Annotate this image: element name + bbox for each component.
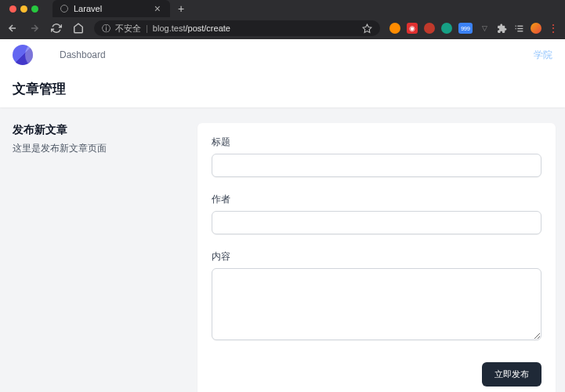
extension-icon[interactable]: ◉ xyxy=(407,23,418,34)
page-title: 文章管理 xyxy=(13,80,552,98)
tab-favicon xyxy=(60,5,68,13)
reload-button[interactable] xyxy=(50,22,63,34)
sidebar-title: 发布新文章 xyxy=(13,123,188,137)
forward-button[interactable] xyxy=(28,22,41,34)
minimize-window-button[interactable] xyxy=(20,5,27,13)
content-field-group: 内容 xyxy=(212,250,541,343)
author-input[interactable] xyxy=(212,211,541,234)
content-label: 内容 xyxy=(212,250,541,263)
author-field-group: 作者 xyxy=(212,193,541,234)
window-controls xyxy=(5,5,43,13)
content-area: 发布新文章 这里是发布新文章页面 标题 作者 内容 立即发布 xyxy=(0,107,565,392)
profile-avatar[interactable] xyxy=(531,23,541,34)
browser-tab[interactable]: Laravel × xyxy=(53,0,170,17)
author-label: 作者 xyxy=(212,193,541,206)
extension-badge[interactable]: 999 xyxy=(458,23,473,34)
extension-icon[interactable] xyxy=(389,23,400,34)
title-field-group: 标题 xyxy=(212,136,541,177)
address-bar: ⓘ 不安全 | blog.test/post/create ◉ 999 ▽ ⋮ xyxy=(0,17,565,39)
title-input[interactable] xyxy=(212,154,541,177)
app-logo[interactable] xyxy=(13,45,33,65)
site-info-icon[interactable]: ⓘ xyxy=(102,23,110,34)
form-sidebar: 发布新文章 这里是发布新文章页面 xyxy=(9,123,188,392)
app-header: Dashboard 学院 xyxy=(0,39,565,71)
back-button[interactable] xyxy=(6,22,19,34)
form-actions: 立即发布 xyxy=(212,362,541,387)
home-button[interactable] xyxy=(72,22,85,34)
extensions-button[interactable] xyxy=(496,23,507,34)
reading-list-icon[interactable] xyxy=(513,23,524,34)
tab-title: Laravel xyxy=(74,4,153,13)
svg-marker-0 xyxy=(363,24,371,32)
browser-menu-button[interactable]: ⋮ xyxy=(548,22,559,34)
browser-chrome: Laravel × + ⓘ 不安全 | blog.test/post/creat… xyxy=(0,0,565,39)
page-title-bar: 文章管理 xyxy=(0,71,565,107)
extension-icons: ◉ 999 ▽ ⋮ xyxy=(389,22,559,34)
new-tab-button[interactable]: + xyxy=(170,2,192,15)
title-label: 标题 xyxy=(212,136,541,149)
form-card: 标题 作者 内容 立即发布 xyxy=(197,123,556,392)
close-tab-button[interactable]: × xyxy=(153,3,162,14)
tab-bar: Laravel × + xyxy=(0,0,565,17)
extension-icon[interactable] xyxy=(424,23,435,34)
header-right-link[interactable]: 学院 xyxy=(534,49,552,62)
maximize-window-button[interactable] xyxy=(31,5,38,13)
url-field[interactable]: ⓘ 不安全 | blog.test/post/create xyxy=(94,20,380,36)
close-window-button[interactable] xyxy=(9,5,16,13)
sidebar-description: 这里是发布新文章页面 xyxy=(13,142,188,155)
bookmark-icon[interactable] xyxy=(362,24,372,34)
submit-button[interactable]: 立即发布 xyxy=(482,362,541,387)
extension-icon[interactable]: ▽ xyxy=(479,23,490,34)
url-text: blog.test/post/create xyxy=(153,24,230,33)
content-textarea[interactable] xyxy=(212,268,541,340)
app-body: Dashboard 学院 文章管理 发布新文章 这里是发布新文章页面 标题 作者… xyxy=(0,39,565,392)
extension-icon[interactable] xyxy=(441,23,452,34)
security-label: 不安全 xyxy=(115,23,141,34)
nav-dashboard-link[interactable]: Dashboard xyxy=(60,49,106,60)
